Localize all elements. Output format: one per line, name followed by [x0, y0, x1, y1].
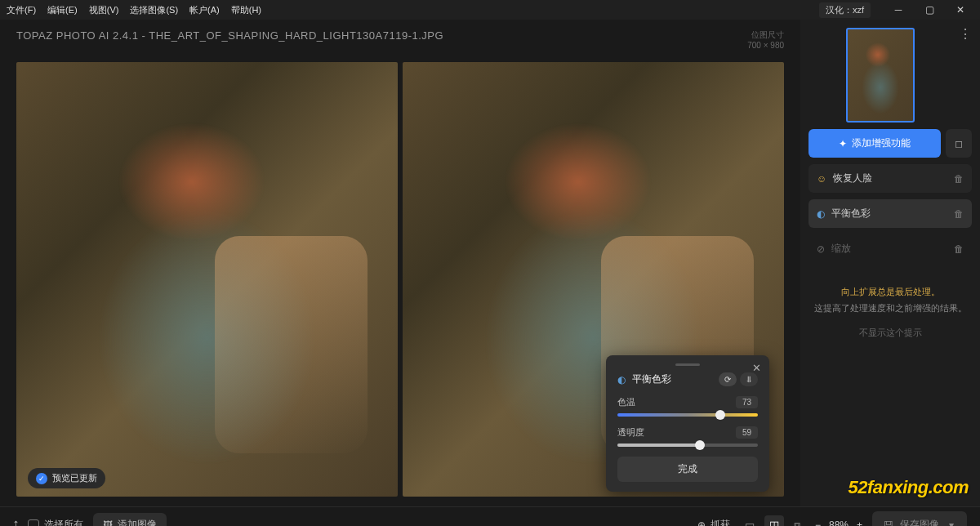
delete-icon[interactable]: 🗑: [954, 173, 964, 185]
watermark: 52fanxing.com: [848, 477, 969, 498]
popup-title: 平衡色彩: [632, 372, 671, 386]
popup-close-icon[interactable]: ✕: [752, 362, 761, 374]
more-menu-icon[interactable]: ⋮: [959, 28, 972, 38]
image-icon: 🖼: [103, 519, 113, 527]
minimize-button[interactable]: ─: [885, 0, 911, 20]
temperature-label: 色温: [617, 396, 635, 408]
enhancement-recover-face[interactable]: ☺ 恢复人脸 🗑: [808, 164, 972, 193]
delete-icon[interactable]: 🗑: [954, 243, 964, 255]
tip-body: 这提高了处理速度和之前增强的结果。: [813, 301, 967, 317]
preview-updated-badge: ✓ 预览已更新: [28, 468, 105, 488]
document-title: TOPAZ PHOTO AI 2.4.1 - THE_ART_OF_SHAPIN…: [16, 29, 443, 51]
temperature-value: 73: [736, 396, 758, 408]
crop-icon: ◻: [955, 138, 963, 149]
auto-button[interactable]: ⟳: [719, 372, 737, 386]
balance-color-popup: ✕ ◐ 平衡色彩 ⟳ ⥥ 色温 73: [606, 355, 769, 492]
view-mode-controls: ▭ ◫ ⧈: [740, 515, 805, 527]
crop-button[interactable]: ◻: [946, 129, 972, 158]
maximize-button[interactable]: ▢: [916, 0, 942, 20]
menu-bar: 文件(F) 编辑(E) 视图(V) 选择图像(S) 帐户(A) 帮助(H): [7, 4, 261, 16]
view-split-icon[interactable]: ◫: [764, 515, 784, 526]
balance-icon: ◐: [817, 208, 825, 220]
balance-icon: ◐: [617, 374, 626, 386]
opacity-slider[interactable]: [617, 444, 758, 447]
face-icon: ☺: [817, 173, 826, 185]
tip-dismiss[interactable]: 不显示这个提示: [813, 325, 967, 341]
menu-help[interactable]: 帮助(H): [231, 4, 261, 16]
dimension-value: 700 × 980: [747, 40, 784, 51]
upload-icon: ⤴: [13, 519, 18, 527]
menu-file[interactable]: 文件(F): [7, 4, 36, 16]
save-image-button[interactable]: 🖫 保存图像 ▾: [872, 511, 967, 526]
select-all-checkbox[interactable]: 选择所有: [28, 518, 83, 526]
translator-badge: 汉化：xzf: [819, 2, 871, 18]
done-button[interactable]: 完成: [617, 457, 758, 482]
zoom-level[interactable]: 88%: [829, 519, 849, 527]
menu-view[interactable]: 视图(V): [89, 4, 119, 16]
zoom-in-button[interactable]: +: [857, 519, 862, 527]
export-button[interactable]: ⤴: [13, 519, 18, 527]
capture-button[interactable]: ⊕ 抓获: [697, 518, 730, 526]
zoom-out-button[interactable]: −: [815, 519, 821, 527]
opacity-value: 59: [736, 426, 758, 439]
close-button[interactable]: ✕: [947, 0, 973, 20]
opacity-label: 透明度: [617, 426, 644, 439]
sparkle-icon: ✦: [839, 138, 847, 149]
temperature-slider[interactable]: [617, 413, 758, 417]
original-image-pane[interactable]: ✓ 预览已更新: [16, 62, 398, 497]
drag-handle[interactable]: [675, 363, 700, 366]
enhancement-balance-color[interactable]: ◐ 平衡色彩 🗑: [808, 199, 972, 228]
reset-button[interactable]: ⥥: [740, 372, 758, 386]
tip-title: 向上扩展总是最后处理。: [813, 284, 967, 301]
check-icon: ✓: [36, 473, 47, 484]
add-image-button[interactable]: 🖼 添加图像: [93, 513, 167, 526]
view-compare-icon[interactable]: ⧈: [789, 515, 805, 527]
tip-panel: 向上扩展总是最后处理。 这提高了处理速度和之前增强的结果。 不显示这个提示: [808, 284, 972, 341]
delete-icon[interactable]: 🗑: [954, 208, 964, 220]
add-enhancement-button[interactable]: ✦ 添加增强功能: [808, 129, 941, 158]
menu-select-image[interactable]: 选择图像(S): [130, 4, 178, 16]
image-thumbnail[interactable]: [846, 28, 915, 123]
processed-image-pane[interactable]: ✕ ◐ 平衡色彩 ⟳ ⥥ 色温 73: [403, 62, 784, 497]
sidebar: ⋮ ✦ 添加增强功能 ◻ ☺ 恢复人脸 🗑 ◐ 平衡色彩 🗑 ⊘ 缩放 🗑: [800, 20, 980, 506]
menu-account[interactable]: 帐户(A): [189, 4, 220, 16]
view-single-icon[interactable]: ▭: [740, 515, 760, 526]
target-icon: ⊕: [697, 519, 706, 527]
enhancement-upscale[interactable]: ⊘ 缩放 🗑: [808, 234, 972, 263]
chevron-down-icon: ▾: [949, 519, 954, 527]
dimension-label: 位图尺寸: [747, 29, 784, 40]
menu-edit[interactable]: 编辑(E): [47, 4, 78, 16]
eye-off-icon: ⊘: [817, 243, 825, 255]
save-icon: 🖫: [884, 519, 893, 527]
